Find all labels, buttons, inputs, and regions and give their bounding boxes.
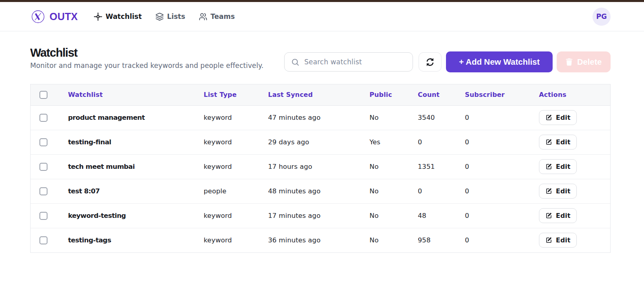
- nav-item-teams[interactable]: Teams: [199, 12, 235, 21]
- add-new-watchlist-button[interactable]: + Add New Watchlist: [446, 51, 553, 72]
- table-row: product management keyword 47 minutes ag…: [31, 105, 610, 130]
- cell-watchlist-name: keyword-testing: [68, 203, 204, 228]
- search-icon: [291, 58, 299, 66]
- table-row: test 8:07 people 48 minutes ago No 0 0 E…: [31, 179, 610, 203]
- page-head: Watchlist Monitor and manage your tracke…: [30, 47, 611, 72]
- table-row: tech meet mumbai keyword 17 hours ago No…: [31, 154, 610, 179]
- cell-watchlist-name: testing-final: [68, 130, 204, 154]
- cell-count: 1351: [418, 154, 465, 179]
- cell-watchlist-name: tech meet mumbai: [68, 154, 204, 179]
- cell-subscriber: 0: [465, 228, 539, 252]
- refresh-button[interactable]: [419, 52, 442, 72]
- cell-public: No: [369, 154, 418, 179]
- table-header-row: Watchlist List Type Last Synced Public C…: [31, 84, 610, 105]
- page-head-text: Watchlist Monitor and manage your tracke…: [30, 47, 264, 70]
- search-input[interactable]: [304, 58, 407, 66]
- trash-icon: [566, 58, 573, 66]
- edit-button[interactable]: Edit: [539, 184, 577, 199]
- cell-list-type: keyword: [204, 203, 268, 228]
- column-header-watchlist: Watchlist: [68, 84, 204, 105]
- column-header-public: Public: [369, 84, 418, 105]
- layers-icon: [155, 12, 164, 21]
- nav-links: Watchlist Lists Teams: [94, 12, 235, 21]
- row-checkbox[interactable]: [39, 163, 47, 171]
- cell-count: 0: [418, 130, 465, 154]
- users-icon: [199, 12, 207, 21]
- main-content: Watchlist Monitor and manage your tracke…: [0, 31, 644, 253]
- delete-label: Delete: [577, 57, 602, 67]
- cell-last-synced: 17 minutes ago: [268, 203, 369, 228]
- cell-count: 0: [418, 179, 465, 203]
- edit-label: Edit: [556, 163, 570, 170]
- row-checkbox[interactable]: [39, 212, 47, 220]
- cell-list-type: people: [204, 179, 268, 203]
- cell-public: Yes: [369, 130, 418, 154]
- table-row: testing-tags keyword 36 minutes ago No 9…: [31, 228, 610, 252]
- cell-list-type: keyword: [204, 130, 268, 154]
- column-header-actions: Actions: [539, 84, 610, 105]
- table-row: testing-final keyword 29 days ago Yes 0 …: [31, 130, 610, 154]
- cell-count: 48: [418, 203, 465, 228]
- crosshair-icon: [94, 12, 102, 21]
- row-checkbox[interactable]: [39, 138, 47, 146]
- edit-button[interactable]: Edit: [539, 233, 577, 248]
- cell-list-type: keyword: [204, 228, 268, 252]
- edit-label: Edit: [556, 212, 570, 219]
- column-header-last-synced: Last Synced: [268, 84, 369, 105]
- edit-button[interactable]: Edit: [539, 159, 577, 174]
- nav-item-lists[interactable]: Lists: [155, 12, 185, 21]
- row-checkbox[interactable]: [39, 236, 47, 244]
- cell-subscriber: 0: [465, 105, 539, 130]
- cell-last-synced: 17 hours ago: [268, 154, 369, 179]
- cell-subscriber: 0: [465, 203, 539, 228]
- delete-button[interactable]: Delete: [557, 51, 611, 72]
- edit-pencil-icon: [545, 212, 552, 219]
- cell-last-synced: 48 minutes ago: [268, 179, 369, 203]
- column-header-count: Count: [418, 84, 465, 105]
- cell-public: No: [369, 203, 418, 228]
- edit-button[interactable]: Edit: [539, 208, 577, 223]
- edit-pencil-icon: [545, 237, 552, 244]
- edit-pencil-icon: [545, 163, 552, 170]
- edit-label: Edit: [556, 138, 570, 146]
- select-all-checkbox[interactable]: [39, 91, 47, 99]
- edit-label: Edit: [556, 114, 570, 121]
- row-checkbox[interactable]: [39, 187, 47, 195]
- edit-label: Edit: [556, 236, 570, 244]
- edit-label: Edit: [556, 187, 570, 195]
- page-title: Watchlist: [30, 47, 264, 59]
- table-row: keyword-testing keyword 17 minutes ago N…: [31, 203, 610, 228]
- row-checkbox[interactable]: [39, 114, 47, 122]
- column-header-list-type: List Type: [204, 84, 268, 105]
- edit-button[interactable]: Edit: [539, 135, 577, 150]
- cell-count: 3540: [418, 105, 465, 130]
- nav-item-watchlist[interactable]: Watchlist: [94, 12, 142, 21]
- outx-logo-icon: [31, 10, 45, 23]
- cell-subscriber: 0: [465, 154, 539, 179]
- cell-public: No: [369, 179, 418, 203]
- cell-watchlist-name: product management: [68, 105, 204, 130]
- avatar[interactable]: PG: [592, 8, 611, 26]
- cell-public: No: [369, 228, 418, 252]
- cell-last-synced: 47 minutes ago: [268, 105, 369, 130]
- cell-watchlist-name: test 8:07: [68, 179, 204, 203]
- edit-pencil-icon: [545, 139, 552, 146]
- edit-pencil-icon: [545, 188, 552, 195]
- search-box: [284, 52, 413, 72]
- refresh-icon: [425, 57, 435, 67]
- cell-watchlist-name: testing-tags: [68, 228, 204, 252]
- cell-last-synced: 36 minutes ago: [268, 228, 369, 252]
- toolbar: + Add New Watchlist Delete: [284, 51, 611, 72]
- page-subtitle: Monitor and manage your tracked keywords…: [30, 62, 264, 70]
- cell-public: No: [369, 105, 418, 130]
- watchlist-table: Watchlist List Type Last Synced Public C…: [30, 84, 611, 253]
- navbar: OUTX Watchlist Lists: [0, 2, 644, 31]
- brand[interactable]: OUTX: [31, 10, 78, 23]
- column-header-subscriber: Subscriber: [465, 84, 539, 105]
- cell-count: 958: [418, 228, 465, 252]
- cell-last-synced: 29 days ago: [268, 130, 369, 154]
- cell-subscriber: 0: [465, 130, 539, 154]
- edit-button[interactable]: Edit: [539, 110, 577, 125]
- cell-subscriber: 0: [465, 179, 539, 203]
- cell-list-type: keyword: [204, 105, 268, 130]
